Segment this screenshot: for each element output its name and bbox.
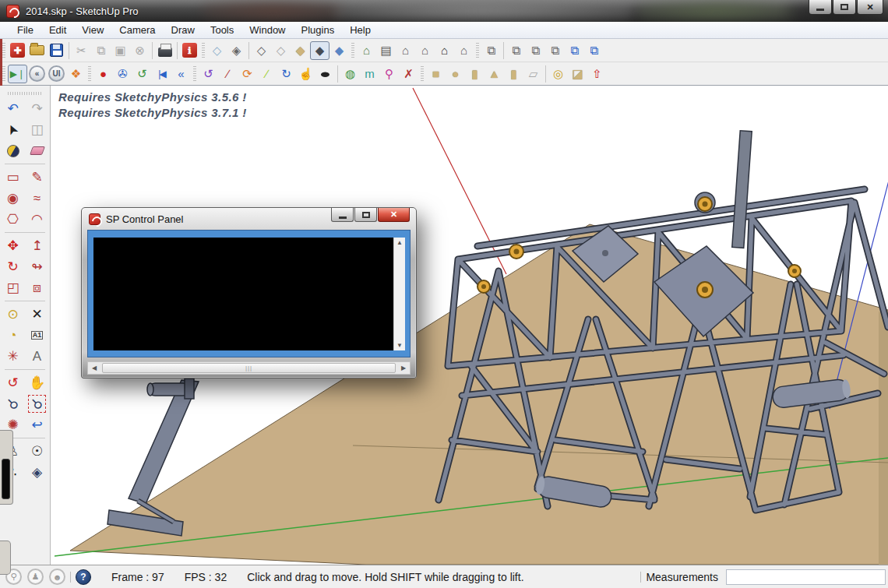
- zoom-previous-icon[interactable]: ↩: [26, 414, 48, 435]
- scrollbar-thumb[interactable]: |||: [102, 363, 396, 373]
- menu-view[interactable]: View: [74, 23, 111, 37]
- scale-tool-icon[interactable]: ◰: [2, 277, 23, 298]
- protractor-icon[interactable]: ◔: [2, 325, 23, 346]
- close-button[interactable]: ✕: [857, 0, 883, 15]
- view-right-icon[interactable]: ⌂: [415, 41, 435, 60]
- copy-icon[interactable]: ⧉: [91, 41, 111, 60]
- sp-minimize-button[interactable]: [331, 208, 354, 222]
- new-model-icon[interactable]: ✚: [8, 41, 27, 60]
- joint-touch-icon[interactable]: ☝: [296, 65, 315, 83]
- arc-tool-icon[interactable]: ◠: [26, 209, 48, 230]
- menu-help[interactable]: Help: [342, 23, 379, 37]
- physics-settings-icon[interactable]: ❖: [66, 65, 86, 83]
- pan-tool-icon[interactable]: ✋: [26, 372, 48, 393]
- physics-reset-icon[interactable]: «: [27, 65, 47, 83]
- zoom-tool-icon[interactable]: ⚲: [2, 393, 23, 414]
- toolbar-grip[interactable]: [2, 66, 5, 82]
- joint-servo-icon[interactable]: ↻: [277, 65, 296, 83]
- section-plane-icon[interactable]: ◈: [26, 462, 48, 483]
- tape-measure-icon[interactable]: ⊙: [2, 304, 23, 325]
- joint-motor-icon[interactable]: ⟳: [238, 65, 257, 83]
- physics-ui-icon[interactable]: UI: [47, 65, 66, 83]
- docked-panel-corner[interactable]: [0, 540, 11, 575]
- help-icon[interactable]: ?: [76, 569, 91, 585]
- move-tool-icon[interactable]: ✥: [2, 235, 23, 256]
- polygon-tool-icon[interactable]: ⎔: [2, 209, 23, 230]
- toolbar-grip[interactable]: [421, 66, 424, 82]
- menu-window[interactable]: Window: [241, 23, 293, 37]
- undo-icon[interactable]: ↶: [2, 98, 23, 119]
- style-shaded-textures-icon[interactable]: ◆: [310, 41, 329, 60]
- maximize-button[interactable]: [833, 0, 856, 15]
- paint-bucket-icon[interactable]: [2, 140, 23, 161]
- line-tool-icon[interactable]: ✎: [26, 167, 48, 188]
- sp-control-panel-window[interactable]: SP Control Panel ✕ ▲ ▼ ◀ ||| ▶: [81, 207, 417, 379]
- shape-sphere-icon[interactable]: ●: [446, 65, 465, 83]
- scroll-right-icon[interactable]: ▶: [397, 364, 410, 371]
- offset-tool-icon[interactable]: ⧈: [26, 277, 48, 298]
- sign-in-icon[interactable]: ☻: [49, 569, 65, 585]
- record-icon[interactable]: ●: [93, 65, 113, 83]
- menu-edit[interactable]: Edit: [41, 23, 74, 37]
- sp-vertical-scrollbar[interactable]: ▲ ▼: [393, 238, 405, 350]
- style-back-edges-icon[interactable]: ◈: [227, 41, 246, 60]
- joint-piston-icon[interactable]: ∕: [257, 65, 277, 83]
- push-pull-tool-icon[interactable]: ↥: [26, 235, 48, 256]
- zoom-window-tool-icon[interactable]: ⚲: [26, 393, 48, 414]
- style-shaded-icon[interactable]: ◆: [291, 41, 310, 60]
- scroll-left-icon[interactable]: ◀: [88, 364, 100, 371]
- shape-wheel-icon[interactable]: ◎: [548, 65, 568, 83]
- sp-maximize-button[interactable]: [354, 208, 377, 222]
- sp-panel-title-bar[interactable]: SP Control Panel ✕: [82, 208, 416, 230]
- rectangle-tool-icon[interactable]: ▭: [2, 167, 23, 188]
- view-left-icon[interactable]: ⌂: [454, 41, 474, 60]
- shape-convex-icon[interactable]: ◪: [568, 65, 587, 83]
- view-back-icon[interactable]: ⌂: [435, 41, 454, 60]
- follow-me-tool-icon[interactable]: ↬: [26, 256, 48, 277]
- paste-icon[interactable]: ▣: [111, 41, 130, 60]
- joint-hinge-icon[interactable]: ↺: [199, 65, 218, 83]
- physics-state-icon-6[interactable]: ⧉: [584, 41, 604, 60]
- toolbar-grip[interactable]: [193, 66, 196, 82]
- style-wireframe-icon[interactable]: ◇: [252, 41, 271, 60]
- style-hidden-line-icon[interactable]: ◇: [271, 41, 291, 60]
- sp-horizontal-scrollbar[interactable]: ◀ ||| ▶: [87, 361, 411, 375]
- title-bar[interactable]: 2014.skp - SketchUp Pro ✕: [0, 0, 888, 22]
- eraser-icon[interactable]: [26, 140, 48, 161]
- rotate-tool-icon[interactable]: ↻: [2, 256, 23, 277]
- sp-close-button[interactable]: ✕: [378, 208, 410, 222]
- circle-tool-icon[interactable]: ◉: [2, 188, 23, 209]
- text-tool-icon[interactable]: A1: [26, 325, 48, 346]
- shape-capsule-icon[interactable]: ▮: [504, 65, 523, 83]
- view-top-icon[interactable]: ▤: [376, 41, 396, 60]
- shape-box-icon[interactable]: ■: [426, 65, 446, 83]
- toolbar-grip[interactable]: [2, 43, 5, 58]
- menu-camera[interactable]: Camera: [111, 23, 163, 37]
- physics-state-icon-1[interactable]: ⧉: [481, 41, 501, 60]
- shape-cylinder-icon[interactable]: ▮: [465, 65, 485, 83]
- look-around-icon[interactable]: ☉: [26, 441, 48, 462]
- save-model-icon[interactable]: [47, 41, 66, 60]
- toolbar-grip[interactable]: [476, 43, 479, 58]
- jump-to-start-icon[interactable]: |◀: [152, 65, 171, 83]
- shape-floor-icon[interactable]: ▱: [523, 65, 543, 83]
- print-icon[interactable]: [155, 41, 174, 60]
- palette-grip[interactable]: [8, 92, 42, 95]
- orbit-tool-icon[interactable]: ↺: [2, 372, 23, 393]
- style-monochrome-icon[interactable]: ◆: [329, 41, 349, 60]
- physics-state-icon-2[interactable]: ⧉: [506, 41, 526, 60]
- erase-icon[interactable]: ⊗: [130, 41, 150, 60]
- redo-icon[interactable]: ↷: [26, 98, 48, 119]
- joint-slider-icon[interactable]: ∕: [218, 65, 238, 83]
- scroll-down-icon[interactable]: ▼: [396, 340, 403, 350]
- view-front-icon[interactable]: ⌂: [396, 41, 415, 60]
- export-animation-icon[interactable]: ↺: [132, 65, 152, 83]
- make-component-icon[interactable]: ◫: [26, 119, 48, 140]
- joint-spring-icon[interactable]: m: [360, 65, 379, 83]
- physics-play-pause-icon[interactable]: ▶❘: [8, 65, 27, 83]
- joint-delete-icon[interactable]: ✗: [399, 65, 418, 83]
- cut-icon[interactable]: ✂: [72, 41, 91, 60]
- measurements-input[interactable]: [726, 569, 886, 585]
- dimension-tool-icon[interactable]: ✕: [26, 304, 48, 325]
- select-icon[interactable]: ➤: [2, 119, 23, 140]
